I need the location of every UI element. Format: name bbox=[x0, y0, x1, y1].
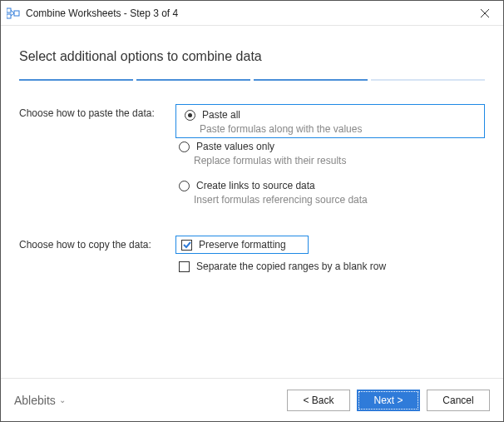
check-icon bbox=[183, 241, 191, 249]
copy-section-label: Choose how to copy the data: bbox=[19, 236, 175, 274]
svg-rect-0 bbox=[7, 8, 11, 12]
progress-seg-1 bbox=[19, 79, 133, 81]
content-area: Select additional options to combine dat… bbox=[1, 26, 503, 378]
paste-values-label: Paste values only bbox=[196, 141, 274, 152]
paste-section: Choose how to paste the data: Paste all … bbox=[19, 104, 485, 217]
close-icon bbox=[481, 9, 489, 17]
back-button[interactable]: < Back bbox=[287, 390, 350, 411]
radio-paste-links[interactable] bbox=[179, 181, 190, 191]
radio-paste-values[interactable] bbox=[179, 141, 190, 152]
svg-rect-2 bbox=[14, 11, 19, 16]
copy-options: Preserve formatting Separate the copied … bbox=[175, 236, 485, 274]
svg-line-4 bbox=[11, 13, 14, 16]
copy-section: Choose how to copy the data: Preserve fo… bbox=[19, 236, 485, 274]
svg-line-3 bbox=[11, 10, 14, 13]
checkbox-preserve-formatting[interactable] bbox=[181, 240, 192, 251]
progress-seg-4 bbox=[371, 79, 485, 81]
footer: Ablebits ⌄ < Back Next > Cancel bbox=[1, 378, 503, 421]
separate-blank-row-label: Separate the copied ranges by a blank ro… bbox=[196, 261, 386, 272]
paste-option-values[interactable]: Paste values only Replace formulas with … bbox=[175, 139, 485, 166]
svg-rect-1 bbox=[7, 14, 11, 18]
titlebar: Combine Worksheets - Step 3 of 4 bbox=[1, 1, 503, 26]
paste-links-desc: Insert formulas referencing source data bbox=[194, 194, 485, 206]
page-heading: Select additional options to combine dat… bbox=[19, 49, 485, 64]
progress-seg-2 bbox=[136, 79, 250, 81]
progress-indicator bbox=[19, 79, 485, 81]
paste-links-label: Create links to source data bbox=[196, 180, 315, 191]
app-icon bbox=[6, 6, 21, 21]
paste-option-all[interactable]: Paste all Paste formulas along with the … bbox=[175, 104, 485, 138]
progress-seg-3 bbox=[254, 79, 368, 81]
paste-all-desc: Paste formulas along with the values bbox=[200, 123, 479, 135]
next-button[interactable]: Next > bbox=[357, 390, 420, 411]
cancel-button[interactable]: Cancel bbox=[427, 390, 490, 411]
paste-option-links[interactable]: Create links to source data Insert formu… bbox=[175, 178, 485, 206]
window-title: Combine Worksheets - Step 3 of 4 bbox=[26, 7, 467, 19]
paste-section-label: Choose how to paste the data: bbox=[19, 104, 175, 217]
paste-options: Paste all Paste formulas along with the … bbox=[175, 104, 485, 217]
copy-option-preserve[interactable]: Preserve formatting bbox=[175, 236, 309, 254]
radio-paste-all[interactable] bbox=[185, 110, 195, 121]
copy-option-separate[interactable]: Separate the copied ranges by a blank ro… bbox=[175, 259, 485, 274]
brand-menu[interactable]: Ablebits ⌄ bbox=[14, 394, 280, 407]
preserve-formatting-label: Preserve formatting bbox=[199, 239, 286, 251]
brand-label: Ablebits bbox=[14, 394, 56, 407]
paste-values-desc: Replace formulas with their results bbox=[194, 155, 485, 166]
paste-all-label: Paste all bbox=[202, 109, 240, 121]
checkbox-separate-blank-row[interactable] bbox=[179, 261, 190, 272]
close-button[interactable] bbox=[467, 1, 503, 26]
chevron-down-icon: ⌄ bbox=[59, 395, 66, 405]
